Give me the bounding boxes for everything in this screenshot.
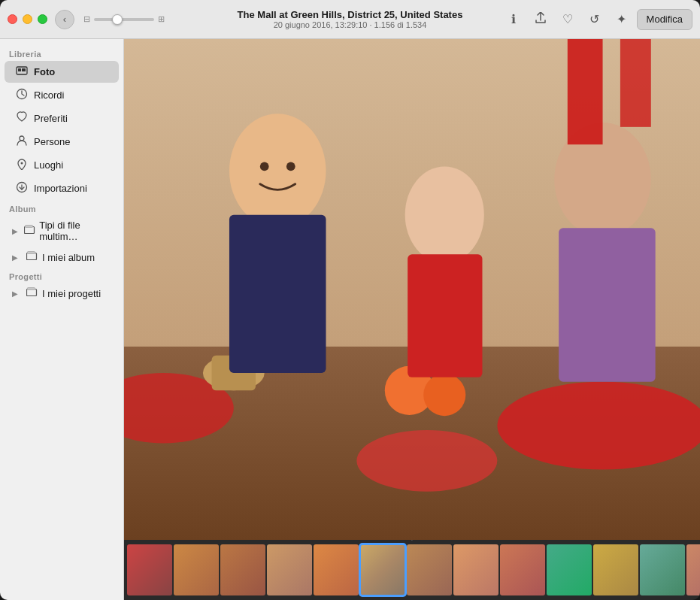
thumbnail-4[interactable] (267, 544, 312, 595)
sidebar-group-miei-progetti-label: I miei progetti (42, 288, 101, 299)
svg-rect-33 (620, 39, 651, 127)
thumb-img-1 (127, 544, 172, 595)
sidebar-item-luoghi[interactable]: Luoghi (5, 154, 119, 176)
edit-button[interactable]: Modifica (637, 9, 692, 30)
thumb-img-9 (500, 544, 545, 595)
thumb-img-5 (314, 544, 359, 595)
photo-subtitle: 20 giugno 2016, 13:29:10 · 1.156 di 1.53… (238, 20, 463, 29)
sidebar-item-ricordi[interactable]: Ricordi (5, 84, 119, 106)
thumbnail-11[interactable] (593, 544, 638, 595)
thumbnail-10[interactable] (547, 544, 592, 595)
thumbnail-3[interactable] (220, 544, 265, 595)
photo-title: The Mall at Green Hills, District 25, Un… (238, 9, 463, 20)
miei-album-icon (25, 251, 38, 263)
zoom-slider-thumb[interactable] (112, 14, 123, 25)
back-button[interactable]: ‹ (55, 10, 74, 29)
sidebar-item-preferiti-label: Preferiti (34, 113, 68, 124)
maximize-button[interactable] (38, 14, 47, 24)
thumbnail-8[interactable] (453, 544, 498, 595)
thumbnails-container (124, 540, 700, 600)
titlebar: ‹ ⊟ ⊞ The Mall at Green Hills, District … (0, 0, 700, 39)
sidebar-group-tipi-file-label: Tipi di file multim… (39, 220, 111, 242)
magic-wand-button[interactable]: ✦ (610, 9, 634, 30)
thumbnail-5[interactable] (314, 544, 359, 595)
photo-area: ▼ (124, 39, 700, 600)
info-button[interactable]: ℹ (502, 9, 526, 30)
thumb-img-12 (640, 544, 685, 595)
magic-wand-icon: ✦ (617, 12, 626, 26)
thumb-img-10 (547, 544, 592, 595)
libreria-section-label: Libreria (0, 45, 123, 60)
rotate-button[interactable]: ↺ (583, 9, 607, 30)
sidebar: Libreria Foto Ri (0, 39, 124, 600)
minimize-button[interactable] (23, 14, 32, 24)
favorite-button[interactable]: ♡ (556, 9, 580, 30)
sidebar-item-luoghi-label: Luoghi (34, 159, 63, 171)
main-content: Libreria Foto Ri (0, 39, 700, 600)
toolbar-actions: ℹ ♡ ↺ ✦ Modifica (502, 9, 692, 30)
thumbnail-12[interactable] (640, 544, 685, 595)
sidebar-item-persone[interactable]: Persone (5, 131, 119, 153)
zoom-slider[interactable] (94, 18, 154, 21)
ricordi-icon (15, 88, 29, 102)
sidebar-group-miei-progetti[interactable]: ▶ I miei progetti (5, 283, 119, 303)
thumbnail-13[interactable] (686, 544, 700, 595)
svg-rect-2 (22, 68, 26, 71)
sidebar-item-preferiti[interactable]: Preferiti (5, 108, 119, 129)
preferiti-icon (15, 111, 29, 126)
title-center: The Mall at Green Hills, District 25, Un… (238, 9, 463, 29)
rotate-icon: ↺ (589, 12, 599, 26)
sidebar-group-miei-album[interactable]: ▶ I miei album (5, 247, 119, 267)
svg-point-21 (423, 374, 465, 416)
svg-rect-9 (25, 226, 32, 228)
thumbnail-1[interactable] (127, 544, 172, 595)
svg-point-31 (286, 162, 295, 171)
main-photo[interactable] (124, 39, 700, 540)
svg-point-19 (356, 430, 497, 492)
foto-icon (15, 65, 29, 79)
thumbnail-2[interactable] (174, 544, 219, 595)
back-icon: ‹ (63, 14, 66, 25)
thumbnail-9[interactable] (500, 544, 545, 595)
thumb-img-11 (593, 544, 638, 595)
sidebar-item-foto-label: Foto (34, 66, 55, 77)
chevron-right-icon-3: ▶ (12, 289, 21, 298)
svg-rect-1 (18, 68, 21, 71)
thumbnail-7[interactable] (407, 544, 452, 595)
thumb-img-4 (267, 544, 312, 595)
chevron-right-icon: ▶ (12, 227, 20, 235)
sidebar-item-persone-label: Persone (34, 136, 70, 147)
svg-rect-25 (229, 215, 326, 373)
sidebar-item-ricordi-label: Ricordi (34, 89, 64, 101)
thumbnail-6[interactable] (360, 544, 405, 595)
heart-icon: ♡ (562, 12, 573, 26)
tipi-file-icon (24, 225, 36, 237)
sidebar-item-foto[interactable]: Foto (5, 61, 119, 83)
zoom-out-icon: ⊟ (83, 14, 90, 24)
info-icon: ℹ (511, 12, 516, 26)
miei-progetti-icon (25, 287, 38, 299)
thumb-img-7 (407, 544, 452, 595)
photo-canvas (124, 39, 700, 540)
zoom-in-icon: ⊞ (158, 14, 165, 24)
share-button[interactable] (529, 9, 553, 30)
svg-point-26 (405, 166, 484, 263)
sidebar-item-importazioni[interactable]: Importazioni (5, 177, 119, 199)
svg-rect-27 (408, 254, 482, 377)
sidebar-group-tipi-file[interactable]: ▶ Tipi di file multim… (5, 216, 119, 246)
svg-rect-11 (27, 252, 35, 254)
thumb-img-8 (453, 544, 498, 595)
thumbnail-strip: ▼ (124, 540, 700, 600)
svg-rect-29 (559, 228, 656, 381)
persone-icon (15, 135, 29, 149)
importazioni-icon (15, 181, 29, 195)
progetti-section-label: Progetti (0, 268, 123, 283)
app-window: ‹ ⊟ ⊞ The Mall at Green Hills, District … (0, 0, 700, 600)
close-button[interactable] (8, 14, 17, 24)
thumb-img-3 (220, 544, 265, 595)
strip-collapse-arrow[interactable]: ▼ (408, 540, 417, 543)
svg-point-5 (21, 162, 23, 165)
luoghi-icon (15, 158, 29, 172)
thumb-img-6 (360, 544, 405, 595)
zoom-slider-container[interactable]: ⊟ ⊞ (83, 14, 165, 24)
